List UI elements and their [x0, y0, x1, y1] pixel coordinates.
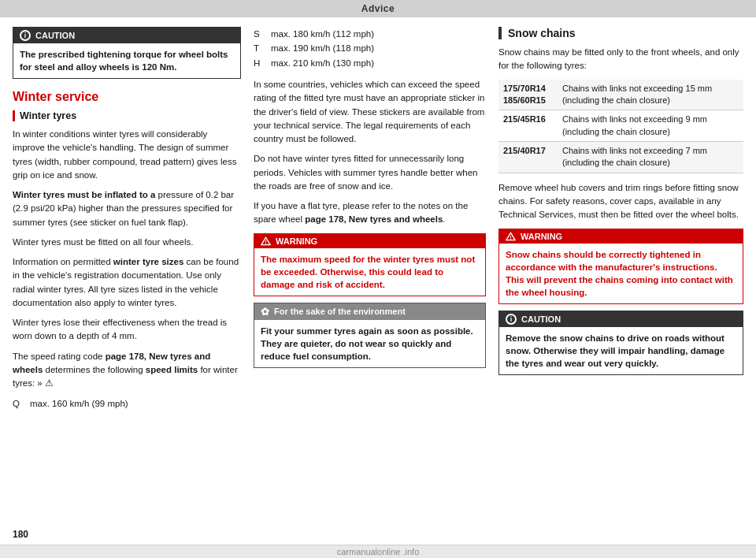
- speed-list: Q max. 160 km/h (99 mph): [13, 396, 241, 411]
- mid-para1: In some countries, vehicles which can ex…: [254, 78, 486, 146]
- snow-para2: Remove wheel hub covers and trim rings b…: [498, 181, 743, 222]
- speed-code-s: S: [254, 27, 265, 41]
- svg-text:!: !: [265, 239, 266, 244]
- speed-code-t: T: [254, 41, 265, 55]
- warning-body-mid: The maximum speed for the winter tyres m…: [254, 248, 485, 296]
- speed-code-h: H: [254, 56, 265, 70]
- chains-table: 175/70R14 185/60R15 Chains with links no…: [498, 80, 743, 173]
- caution-box-top: i CAUTION The prescribed tightening torq…: [13, 27, 241, 79]
- tyre-size-3: 215/40R17: [498, 142, 558, 173]
- para6-post: determines the following: [43, 365, 145, 374]
- winter-para2: Winter tyres must be inflated to a press…: [13, 188, 241, 229]
- caution-header-right: i CAUTION: [499, 311, 743, 327]
- caution-icon: i: [20, 30, 31, 41]
- page-wrapper: Advice i CAUTION The prescribed tighteni…: [0, 0, 756, 558]
- caution-label-right: CAUTION: [521, 314, 561, 324]
- watermark: carmanualonline .info: [0, 545, 756, 558]
- warning-label-mid: WARNING: [276, 236, 317, 246]
- mid-para3-post: .: [443, 214, 445, 224]
- mid-para2: Do not have winter tyres fitted for unne…: [254, 152, 486, 193]
- warning-label-right: WARNING: [521, 232, 562, 241]
- warning-body-right: Snow chains should be correctly tightene…: [499, 244, 743, 303]
- caution-label: CAUTION: [35, 31, 75, 40]
- page-number: 180: [0, 526, 756, 545]
- caution-body-right: Remove the snow chains to drive on roads…: [499, 327, 743, 374]
- winter-para4-bold: winter tyre sizes: [113, 257, 183, 266]
- caution-body: The prescribed tightening torque for whe…: [13, 43, 240, 78]
- warning-triangle-icon-right: !: [506, 232, 516, 241]
- para6-bold2: speed limits: [146, 365, 198, 374]
- header-title: Advice: [361, 3, 395, 14]
- winter-para3: Winter tyres must be fitted on all four …: [13, 236, 241, 249]
- env-icon: ✿: [261, 306, 269, 318]
- speed-code-q: Q: [13, 396, 24, 411]
- section-title-winter: Winter service: [13, 90, 241, 104]
- warning-header-right: ! WARNING: [499, 229, 743, 244]
- speed-value-q: max. 160 km/h (99 mph): [30, 396, 128, 411]
- mid-para3: If you have a flat tyre, please refer to…: [254, 199, 486, 227]
- winter-para5: Winter tyres lose their effectiveness wh…: [13, 316, 241, 344]
- caution-box-right: i CAUTION Remove the snow chains to driv…: [498, 311, 743, 375]
- environment-box: ✿ For the sake of the environment Fit yo…: [254, 303, 486, 368]
- caution-header: i CAUTION: [13, 28, 240, 43]
- table-row: 215/45R16 Chains with links not exceedin…: [498, 110, 743, 142]
- speed-list-mid: S max. 180 km/h (112 mph) T max. 190 km/…: [254, 27, 486, 70]
- right-column: Snow chains Snow chains may be fitted on…: [498, 27, 743, 516]
- table-row: 175/70R14 185/60R15 Chains with links no…: [498, 80, 743, 110]
- caution-icon-right: i: [506, 314, 517, 325]
- mid-para3-bold: page 178, New tyres and wheels: [305, 214, 443, 224]
- speed-value-h: max. 210 km/h (130 mph): [271, 56, 374, 70]
- winter-para1: In winter conditions winter tyres will c…: [13, 128, 241, 182]
- snow-chains-title: Snow chains: [498, 27, 743, 39]
- warning-header-mid: ! WARNING: [254, 234, 485, 248]
- warning-box-mid: ! WARNING The maximum speed for the wint…: [254, 233, 486, 296]
- speed-value-t: max. 190 km/h (118 mph): [271, 41, 374, 55]
- winter-para6: The speed rating code page 178, New tyre…: [13, 350, 241, 391]
- header-bar: Advice: [0, 0, 756, 17]
- env-body: Fit your summer tyres again as soon as p…: [254, 320, 485, 367]
- subsection-winter-tyres: Winter tyres: [13, 110, 241, 121]
- winter-para2-bold: Winter tyres must be inflated to a: [13, 190, 155, 199]
- winter-para4-pre: Information on permitted: [13, 257, 113, 266]
- left-column: i CAUTION The prescribed tightening torq…: [13, 27, 241, 516]
- svg-text:!: !: [510, 234, 511, 240]
- warning-triangle-icon: !: [261, 236, 271, 246]
- tyre-desc-1: Chains with links not exceeding 15 mm (i…: [558, 80, 743, 110]
- tyre-desc-2: Chains with links not exceeding 9 mm (in…: [558, 110, 743, 142]
- para6-pre: The speed rating code: [13, 352, 106, 361]
- winter-para4: Information on permitted winter tyre siz…: [13, 255, 241, 310]
- speed-row-q: Q max. 160 km/h (99 mph): [13, 396, 241, 411]
- speed-row-t: T max. 190 km/h (118 mph): [254, 41, 486, 55]
- snow-para1: Snow chains may be fitted only to the fr…: [498, 46, 743, 73]
- content-area: i CAUTION The prescribed tightening torq…: [0, 17, 756, 526]
- env-header: ✿ For the sake of the environment: [254, 303, 485, 320]
- tyre-size-1: 175/70R14 185/60R15: [498, 80, 558, 110]
- speed-row-s: S max. 180 km/h (112 mph): [254, 27, 486, 41]
- middle-column: S max. 180 km/h (112 mph) T max. 190 km/…: [254, 27, 486, 516]
- tyre-desc-3: Chains with links not exceeding 7 mm (in…: [558, 142, 743, 173]
- speed-row-h: H max. 210 km/h (130 mph): [254, 56, 486, 70]
- tyre-size-2: 215/45R16: [498, 110, 558, 142]
- table-row: 215/40R17 Chains with links not exceedin…: [498, 142, 743, 173]
- warning-box-right: ! WARNING Snow chains should be correctl…: [498, 229, 743, 304]
- env-label: For the sake of the environment: [274, 307, 406, 316]
- speed-value-s: max. 180 km/h (112 mph): [271, 27, 374, 41]
